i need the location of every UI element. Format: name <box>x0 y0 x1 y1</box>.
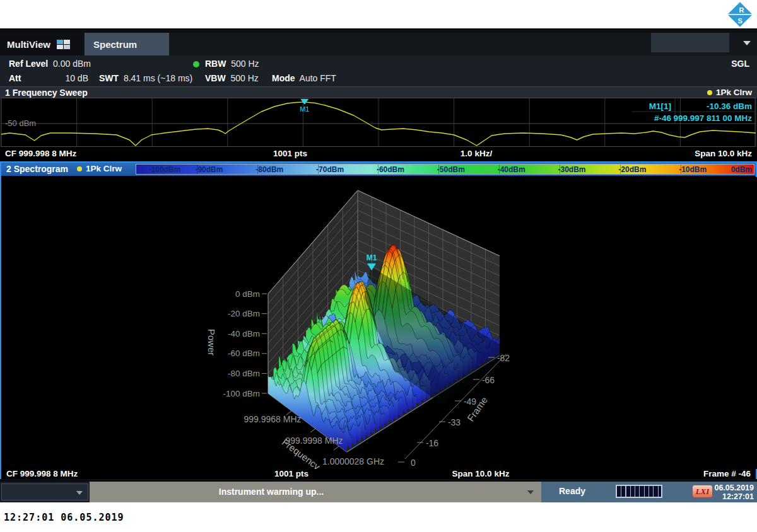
datetime-display: 06.05.2019 12:27:01 <box>714 483 754 501</box>
tab-spectrum[interactable]: Spectrum <box>85 33 169 55</box>
power-tick-label: -60 dBm <box>228 349 260 358</box>
trace1-tag[interactable]: 1Pk Clrw <box>707 88 752 97</box>
window2-title: 2 Spectrogram <box>6 164 68 174</box>
status-message: Instrument warming up... <box>219 487 324 497</box>
marker-row-value: 999.997 811 00 MHz <box>673 113 752 123</box>
colorbar-label: -30dBm <box>558 165 585 174</box>
window1-title: 1 Frequency Sweep <box>5 88 88 98</box>
rbw-led-icon <box>193 61 199 67</box>
tab-multiview-label: MultiView <box>7 39 50 50</box>
power-axis-title: Power <box>206 329 217 356</box>
power-tick-label: -100 dBm <box>223 389 260 398</box>
window2-header[interactable]: 2 Spectrogram 1Pk Clrw -100dBm-90dBm-80d… <box>1 163 756 176</box>
cf-field[interactable]: CF 999.998 8 MHz <box>5 147 76 161</box>
span-field-2[interactable]: Span 10.0 kHz <box>443 469 519 478</box>
marker-m1-label: M1 <box>300 105 309 113</box>
screen: R S MultiView Spectrum Ref Level 0.00 dB… <box>0 0 757 532</box>
frame-tick-label: -82 <box>497 353 510 363</box>
scale-field[interactable]: 1.0 kHz/ <box>445 147 508 161</box>
freq-tick-label: 999.9968 MHz <box>244 414 301 424</box>
att-value: 10 dB <box>65 73 88 83</box>
message-history-dropdown[interactable] <box>1 483 88 500</box>
power-tick-label: 0 dBm <box>235 289 260 299</box>
rbw-label: RBW <box>205 59 226 69</box>
tab-empty-slot <box>651 33 729 52</box>
colorbar-label: -50dBm <box>437 165 465 174</box>
trace1-dot-icon <box>707 90 712 95</box>
frame-tick-label: -66 <box>482 375 495 385</box>
tab-multiview[interactable]: MultiView <box>0 33 84 55</box>
trace2-tag[interactable]: 1Pk Clrw <box>77 164 122 173</box>
window2-footer: CF 999.998 8 MHz 1001 pts Span 10.0 kHz … <box>1 469 756 479</box>
frame-number-field[interactable]: Frame # -46 <box>703 469 751 478</box>
chevron-down-icon <box>527 490 534 494</box>
frame-tick-label: -16 <box>426 438 438 448</box>
freq-tick-label: 1.0000028 GHz <box>322 456 384 466</box>
points-field[interactable]: 1001 pts <box>259 147 322 161</box>
chevron-down-icon <box>76 491 83 495</box>
frame-tick-label: -33 <box>448 417 461 427</box>
swt-field[interactable]: SWT 8.41 ms (~18 ms) <box>99 73 192 83</box>
marker-row-label: M1[1] <box>649 101 671 111</box>
status-right-section: Ready LXI 06.05.2019 12:27:01 <box>541 482 757 502</box>
colorbar-label: -60dBm <box>377 165 404 174</box>
frame-tick-label: 0 <box>411 458 416 468</box>
ref-level-field[interactable]: Ref Level 0.00 dBm <box>9 59 91 69</box>
vbw-label: VBW <box>205 73 226 83</box>
trace2-label: 1Pk Clrw <box>86 164 122 173</box>
colorbar-label: -20dBm <box>618 165 646 174</box>
mode-field[interactable]: Mode Auto FFT <box>272 73 336 83</box>
rbw-value: 500 Hz <box>231 59 259 69</box>
span-field[interactable]: Span 10.0 kHz <box>695 147 752 161</box>
colorbar-tick <box>620 165 621 174</box>
status-date: 06.05.2019 <box>714 483 754 492</box>
marker-row-label: #-46 <box>654 113 672 123</box>
rbw-field[interactable]: RBW 500 Hz <box>205 59 259 69</box>
mode-label: Mode <box>272 73 295 83</box>
colorbar-label: -100dBm <box>149 165 181 174</box>
cf-field-2[interactable]: CF 999.998 8 MHz <box>6 469 78 478</box>
desktop-clock-text: 12:27:01 06.05.2019 <box>4 512 124 523</box>
colorbar-tick <box>318 165 319 174</box>
colorbar-label: -70dBm <box>316 165 344 174</box>
window1-footer: CF 999.998 8 MHz 1001 pts 1.0 kHz/ Span … <box>0 147 757 161</box>
chevron-down-icon[interactable] <box>743 41 751 45</box>
mode-value: Auto FFT <box>300 73 336 83</box>
swt-label: SWT <box>99 73 119 83</box>
window2: 2 Spectrogram 1Pk Clrw -100dBm-90dBm-80d… <box>0 161 757 479</box>
power-tick-label: -40 dBm <box>228 329 260 338</box>
colorbar-tick <box>438 165 439 174</box>
colorbar-label: -40dBm <box>498 165 525 174</box>
vbw-field[interactable]: VBW 500 Hz <box>205 73 259 83</box>
marker-m1-3d-label: M1 <box>367 253 377 262</box>
analyzer-app: MultiView Spectrum Ref Level 0.00 dBm At… <box>0 28 757 502</box>
colorbar-label: -80dBm <box>255 165 283 174</box>
vbw-value: 500 Hz <box>230 73 258 83</box>
colorbar-tick <box>681 165 681 174</box>
status-bar: Instrument warming up... Ready LXI 06.05… <box>0 481 757 502</box>
spectrogram-colorbar: -100dBm-90dBm-80dBm-70dBm-60dBm-50dBm-40… <box>136 164 754 175</box>
status-time: 12:27:01 <box>714 492 754 501</box>
trace2-dot-icon <box>77 166 82 171</box>
window1-header[interactable]: 1 Frequency Sweep 1Pk Clrw <box>0 86 757 98</box>
status-message-bar[interactable]: Instrument warming up... <box>90 482 541 502</box>
lxi-logo: LXI <box>693 485 712 497</box>
swt-value: 8.41 ms (~18 ms) <box>124 73 192 83</box>
power-tick-label: -20 dBm <box>228 309 260 318</box>
svg-text:R: R <box>739 6 744 14</box>
points-field-2[interactable]: 1001 pts <box>260 469 323 478</box>
progress-bar <box>616 485 662 498</box>
ref-level-value: 0.00 dBm <box>53 59 91 69</box>
rs-logo: R S <box>725 1 754 29</box>
trace1-label: 1Pk Clrw <box>716 88 752 97</box>
colorbar-label: -90dBm <box>195 165 223 174</box>
svg-text:S: S <box>738 17 742 25</box>
att-field[interactable]: Att 10 dB <box>9 73 88 83</box>
colorbar-tick <box>499 165 500 174</box>
att-label: Att <box>9 73 21 83</box>
tab-spectrum-label: Spectrum <box>93 39 137 50</box>
colorbar-tick <box>197 165 197 174</box>
sweep-graph: -50 dBmM1M1[1]-10.36 dBm#-46999.997 811 … <box>0 98 757 147</box>
multiview-grid-icon <box>56 39 71 50</box>
ref-line-label: -50 dBm <box>5 119 36 128</box>
